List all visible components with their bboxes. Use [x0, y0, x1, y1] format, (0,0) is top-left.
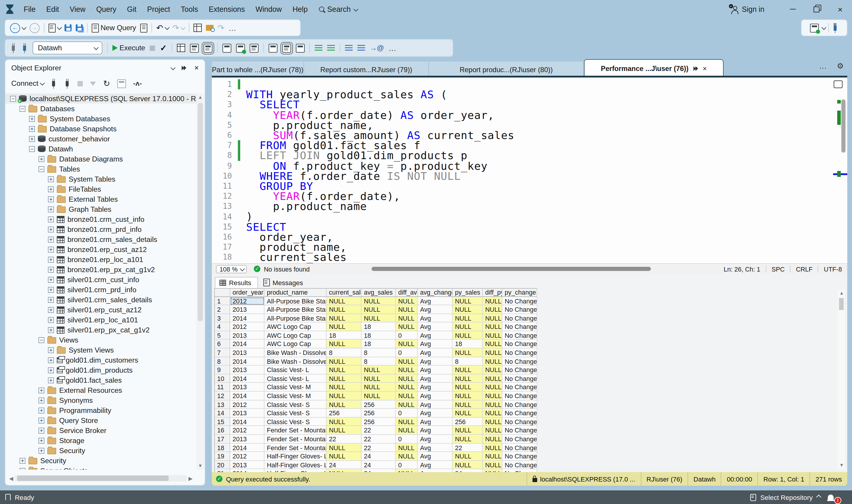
grid-cell[interactable]: 24	[362, 461, 396, 469]
menu-window[interactable]: Window	[250, 5, 287, 13]
expand-icon[interactable]: +	[19, 457, 25, 464]
connect-dropdown[interactable]: Connect	[11, 79, 43, 88]
grid-cell[interactable]: 2012	[230, 452, 265, 461]
grid-cell[interactable]: NULL	[483, 452, 502, 461]
grid-cell[interactable]: No Change	[502, 297, 537, 305]
results-to-text-button[interactable]	[190, 43, 199, 52]
row-number[interactable]: 6	[215, 340, 230, 348]
grid-cell[interactable]: No Change	[502, 366, 537, 375]
grid-cell[interactable]: Avg	[418, 400, 453, 409]
grid-cell[interactable]: NULL	[483, 461, 502, 469]
space-mode[interactable]: SPC	[772, 265, 784, 272]
grid-cell[interactable]: No Change	[502, 400, 537, 409]
tree-item[interactable]: +bronze01.erp_px_cat_g1v2	[5, 265, 196, 274]
line-ending[interactable]: CRLF	[796, 265, 812, 272]
grid-cell[interactable]: 256	[362, 418, 396, 426]
grid-cell[interactable]: Classic Vest- M	[265, 383, 327, 392]
grid-cell[interactable]: Avg	[418, 443, 453, 452]
tree-item[interactable]: +Synonyms	[5, 395, 196, 405]
expand-icon[interactable]: +	[38, 448, 44, 453]
editor-scroll-thumb[interactable]	[841, 100, 846, 152]
grid-cell[interactable]: 22	[327, 435, 362, 443]
grid-cell[interactable]: NULL	[327, 340, 362, 348]
undo-button[interactable]: ↶	[156, 24, 168, 32]
grid-cell[interactable]: Fender Set - Mountain	[265, 435, 327, 443]
tree-item[interactable]: +Storage	[5, 435, 196, 446]
tree-item[interactable]: +External Resources	[5, 385, 196, 395]
grid-cell[interactable]: 18	[362, 323, 396, 331]
grid-cell[interactable]: NULL	[327, 443, 362, 452]
grid-cell[interactable]: NULL	[483, 297, 502, 305]
collapse-icon[interactable]: −	[29, 146, 35, 152]
encoding[interactable]: UTF-8	[824, 265, 842, 272]
grid-cell[interactable]: 2014	[230, 375, 265, 383]
grid-cell[interactable]: NULL	[453, 297, 483, 305]
expand-icon[interactable]: +	[48, 267, 54, 272]
tree-item[interactable]: +silver01.crm_prd_info	[5, 285, 196, 294]
navigate-forward-button[interactable]: →	[29, 23, 39, 33]
grid-cell[interactable]: NULL	[396, 340, 418, 348]
grid-cell[interactable]: 2014	[230, 340, 265, 348]
expand-icon[interactable]: +	[38, 407, 44, 413]
tree-item[interactable]: +FileTables	[5, 184, 196, 194]
grid-cell[interactable]: Classic Vest- S	[265, 418, 327, 426]
row-number[interactable]: 8	[215, 357, 230, 365]
grid-cell[interactable]: NULL	[362, 383, 396, 392]
grid-cell[interactable]: NULL	[453, 331, 483, 340]
new-file-button[interactable]	[48, 23, 60, 32]
column-header-diff_py[interactable]: diff_py	[483, 289, 502, 297]
tree-horizontal-scrollbar[interactable]: ◀ ▶	[8, 474, 194, 482]
expand-icon[interactable]: +	[48, 327, 54, 333]
grid-cell[interactable]: Avg	[418, 426, 453, 435]
grid-cell[interactable]: 2014	[230, 314, 265, 322]
row-number[interactable]: 5	[215, 331, 230, 340]
grid-cell[interactable]: 2014	[230, 418, 265, 426]
expand-icon[interactable]: +	[48, 226, 54, 232]
grid-cell[interactable]: No Change	[502, 375, 537, 383]
navigate-back-button[interactable]: ←	[10, 23, 25, 33]
select-repository-button[interactable]: Select Repository	[760, 494, 813, 501]
grid-cell[interactable]: All-Purpose Bike Stand	[265, 305, 327, 314]
results-to-grid-button[interactable]	[203, 43, 213, 52]
grid-cell[interactable]: No Change	[502, 452, 537, 461]
row-number[interactable]: 2	[215, 305, 230, 314]
grid-cell[interactable]: Avg	[418, 452, 453, 461]
grid-cell[interactable]: NULL	[362, 305, 396, 314]
grid-cell[interactable]: NULL	[362, 366, 396, 375]
grid-cell[interactable]: NULL	[483, 340, 502, 348]
expand-icon[interactable]: +	[19, 468, 25, 470]
grid-cell[interactable]: Avg	[418, 409, 453, 417]
grid-cell[interactable]: NULL	[453, 375, 483, 383]
grid-cell[interactable]: NULL	[396, 426, 418, 435]
grid-cell[interactable]: 256	[453, 418, 483, 426]
results-pane-button[interactable]	[282, 43, 291, 52]
grid-cell[interactable]: NULL	[327, 305, 362, 314]
row-number[interactable]: 20	[215, 461, 230, 469]
grid-cell[interactable]: 2013	[230, 348, 265, 357]
grid-cell[interactable]: Fender Set - Mountain	[265, 426, 327, 435]
row-number-header[interactable]	[215, 289, 230, 297]
grid-cell[interactable]: NULL	[327, 357, 362, 365]
document-tab-3[interactable]: Report produc...(RJ\user (80))	[429, 61, 584, 77]
grid-cell[interactable]: NULL	[396, 357, 418, 365]
grid-cell[interactable]: AWC Logo Cap	[265, 340, 327, 348]
grid-cell[interactable]: 2014	[230, 443, 265, 452]
tree-item[interactable]: +Graph Tables	[5, 204, 196, 214]
collapse-icon[interactable]: −	[38, 337, 44, 343]
grid-cell[interactable]: No Change	[502, 426, 537, 435]
column-header-py_sales[interactable]: py_sales	[453, 289, 483, 297]
tree-item[interactable]: +Database Snapshots	[5, 124, 196, 134]
template-parameters-button[interactable]: →@	[370, 44, 384, 52]
grid-cell[interactable]: No Change	[502, 409, 537, 417]
grid-cell[interactable]: NULL	[453, 426, 483, 435]
refresh-icon[interactable]: ↻	[103, 79, 110, 88]
grid-cell[interactable]: AWC Logo Cap	[265, 331, 327, 340]
grid-cell[interactable]: Bike Wash - Dissolver	[265, 348, 327, 357]
pin-icon[interactable]	[182, 65, 187, 70]
editor-hscroll-thumb[interactable]	[371, 267, 651, 271]
grid-cell[interactable]: 2013	[230, 461, 265, 469]
grid-cell[interactable]: 2013	[230, 366, 265, 375]
grid-cell[interactable]: 2013	[230, 305, 265, 314]
include-actual-plan-button[interactable]	[236, 43, 245, 52]
grid-cell[interactable]: NULL	[396, 366, 418, 375]
